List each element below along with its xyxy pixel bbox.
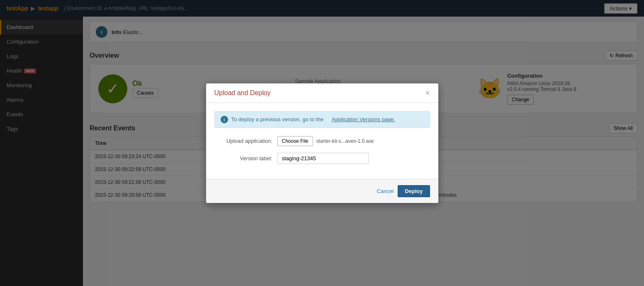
deploy-button[interactable]: Deploy bbox=[398, 185, 430, 197]
upload-control: Choose File starter-kit-s...aven-1.0.war bbox=[277, 136, 374, 146]
version-control bbox=[277, 153, 369, 164]
modal-info-box: i To deploy a previous version, go to th… bbox=[214, 111, 430, 128]
cancel-button[interactable]: Cancel bbox=[377, 188, 394, 194]
modal-title: Upload and Deploy bbox=[214, 89, 271, 97]
modal-info-icon: i bbox=[221, 116, 228, 123]
modal-body: i To deploy a previous version, go to th… bbox=[206, 103, 438, 179]
modal-info-text: To deploy a previous version, go to the bbox=[231, 116, 324, 122]
upload-form-row: Upload application: Choose File starter-… bbox=[214, 136, 430, 146]
version-label: Version label: bbox=[214, 155, 272, 161]
modal-overlay[interactable]: Upload and Deploy × i To deploy a previo… bbox=[0, 0, 644, 286]
version-input[interactable] bbox=[277, 153, 369, 164]
choose-file-button[interactable]: Choose File bbox=[277, 136, 313, 146]
version-form-row: Version label: bbox=[214, 153, 430, 164]
upload-label: Upload application: bbox=[214, 138, 272, 144]
file-name: starter-kit-s...aven-1.0.war bbox=[316, 138, 374, 144]
modal-close-button[interactable]: × bbox=[425, 89, 430, 97]
app-versions-link[interactable]: Application Versions page. bbox=[332, 116, 395, 122]
modal-footer: Cancel Deploy bbox=[206, 179, 438, 203]
modal-header: Upload and Deploy × bbox=[206, 83, 438, 103]
upload-deploy-modal: Upload and Deploy × i To deploy a previo… bbox=[206, 83, 438, 203]
